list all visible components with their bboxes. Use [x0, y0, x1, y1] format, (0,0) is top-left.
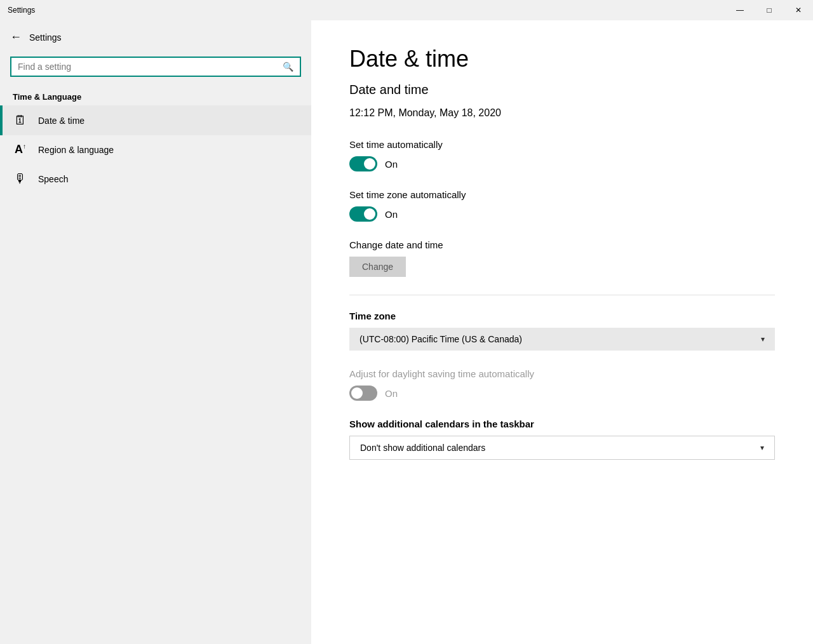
- close-button[interactable]: ✕: [784, 0, 813, 20]
- set-time-auto-toggle-row: On: [349, 156, 775, 171]
- additional-calendars-label: Show additional calendars in the taskbar: [349, 419, 775, 429]
- sidebar-item-region[interactable]: A↑ Region & language: [0, 135, 311, 164]
- additional-calendars-value: Don't show additional calendars: [360, 443, 485, 453]
- calendar-chevron-down-icon: ▾: [760, 443, 764, 452]
- set-timezone-auto-row: Set time zone automatically On: [349, 189, 775, 222]
- change-button[interactable]: Change: [349, 257, 406, 277]
- daylight-label: Adjust for daylight saving time automati…: [349, 368, 775, 379]
- minimize-button[interactable]: —: [725, 0, 755, 20]
- toggle-thumb-dst: [351, 387, 363, 399]
- set-time-auto-row: Set time automatically On: [349, 139, 775, 171]
- toggle-thumb: [364, 158, 375, 170]
- daylight-row: Adjust for daylight saving time automati…: [349, 368, 775, 401]
- titlebar-title: Settings: [8, 6, 35, 15]
- page-title: Date & time: [349, 46, 775, 72]
- set-timezone-auto-toggle[interactable]: [349, 206, 377, 222]
- maximize-button[interactable]: □: [755, 0, 784, 20]
- set-time-auto-toggle[interactable]: [349, 156, 377, 171]
- timezone-value: (UTC-08:00) Pacific Time (US & Canada): [359, 334, 522, 344]
- content-area: Date & time Date and time 12:12 PM, Mond…: [311, 20, 813, 644]
- daylight-toggle-row: On: [349, 386, 775, 401]
- set-timezone-auto-toggle-row: On: [349, 206, 775, 222]
- change-date-row: Change date and time Change: [349, 239, 775, 277]
- chevron-down-icon: ▾: [761, 335, 765, 344]
- titlebar: Settings — □ ✕: [0, 0, 813, 20]
- region-icon: A↑: [13, 143, 28, 156]
- set-timezone-auto-label: Set time zone automatically: [349, 189, 775, 200]
- timezone-label: Time zone: [349, 311, 775, 321]
- daylight-toggle[interactable]: [349, 386, 377, 401]
- set-time-auto-state: On: [385, 159, 398, 170]
- timezone-row: Time zone (UTC-08:00) Pacific Time (US &…: [349, 311, 775, 351]
- change-date-label: Change date and time: [349, 239, 775, 250]
- sidebar-item-date-time[interactable]: 🗓 Date & time: [0, 105, 311, 135]
- additional-calendars-row: Show additional calendars in the taskbar…: [349, 419, 775, 460]
- toggle-thumb-tz: [364, 208, 375, 220]
- sidebar: ← Settings 🔍 Time & Language 🗓 Date & ti…: [0, 20, 311, 644]
- microphone-icon: 🎙: [13, 171, 28, 186]
- current-time: 12:12 PM, Monday, May 18, 2020: [349, 107, 775, 119]
- sidebar-item-speech[interactable]: 🎙 Speech: [0, 164, 311, 194]
- back-arrow-icon: ←: [10, 30, 22, 44]
- app-container: ← Settings 🔍 Time & Language 🗓 Date & ti…: [0, 20, 813, 644]
- search-icon: 🔍: [283, 62, 293, 72]
- back-button[interactable]: ← Settings: [0, 25, 311, 49]
- sidebar-section-label: Time & Language: [0, 84, 311, 105]
- sidebar-item-label-region: Region & language: [38, 145, 114, 155]
- section-title: Date and time: [349, 83, 775, 97]
- additional-calendars-select[interactable]: Don't show additional calendars ▾: [349, 436, 775, 460]
- set-timezone-auto-state: On: [385, 209, 398, 220]
- calendar-icon: 🗓: [13, 113, 28, 128]
- sidebar-item-label-speech: Speech: [38, 174, 68, 184]
- timezone-select[interactable]: (UTC-08:00) Pacific Time (US & Canada) ▾: [349, 328, 775, 351]
- set-time-auto-label: Set time automatically: [349, 139, 775, 150]
- sidebar-item-label-date-time: Date & time: [38, 116, 84, 126]
- search-input[interactable]: [18, 62, 283, 72]
- sidebar-title: Settings: [29, 32, 62, 43]
- titlebar-controls: — □ ✕: [725, 0, 813, 20]
- daylight-state: On: [385, 388, 398, 399]
- search-box: 🔍: [10, 57, 301, 77]
- divider: [349, 295, 775, 295]
